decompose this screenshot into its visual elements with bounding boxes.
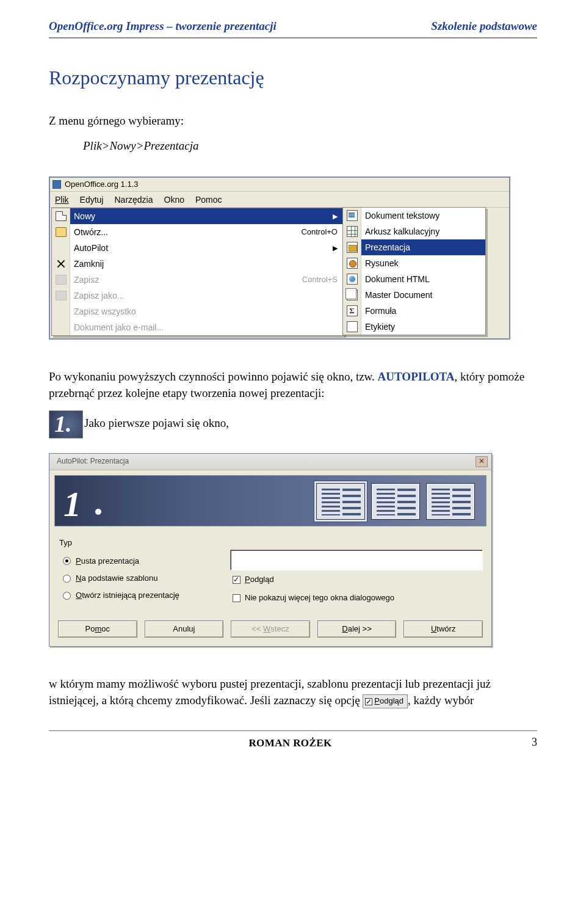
- screenshot-file-menu: OpenOffice.org 1.1.3 Plik Edytuj Narzędz…: [49, 176, 510, 340]
- create-button[interactable]: Utwórz: [403, 620, 483, 638]
- new-icon: [56, 211, 67, 221]
- header-left: OpenOffice.org Impress – tworzenie preze…: [49, 18, 277, 35]
- menu-window[interactable]: Okno: [164, 194, 184, 206]
- file-close[interactable]: Zamknij: [70, 256, 344, 272]
- back-button: << Wstecz: [231, 620, 310, 638]
- radio-template[interactable]: Na podstawie szablonu: [63, 573, 223, 584]
- labels-icon: [347, 321, 358, 332]
- para-final: w którym mamy możliwość wyboru pustej pr…: [49, 676, 537, 708]
- new-presentation[interactable]: Prezentacja: [361, 239, 485, 255]
- header-rule: [49, 37, 537, 38]
- app-titlebar: OpenOffice.org 1.1.3: [50, 178, 509, 192]
- autopilot-dialog: AutoPilot: Prezentacja ✕ 1 Typ Pusta pre…: [49, 453, 492, 647]
- preview-area: [230, 550, 483, 570]
- file-new[interactable]: Nowy▶ Σ: [70, 208, 344, 224]
- formula-icon: Σ: [347, 305, 358, 316]
- new-submenu: Σ Dokument tekstowy Arkusz kalkulacyjny …: [342, 207, 486, 335]
- banner-thumb-3: [426, 483, 475, 520]
- cancel-button[interactable]: Anuluj: [145, 620, 224, 638]
- banner-thumb-2: [371, 483, 420, 520]
- step-1-icon: 1.: [49, 410, 83, 438]
- master-document-icon: [347, 289, 358, 300]
- file-save-all: Zapisz wszystko: [70, 304, 344, 319]
- presentation-icon: [347, 242, 358, 253]
- file-save-as: Zapisz jako...: [70, 288, 344, 304]
- menu-path-text: Plik>Nowy>Prezentacja: [83, 138, 537, 155]
- radio-open-existing[interactable]: Otwórz istniejącą prezentację: [63, 590, 223, 601]
- close-icon: [56, 259, 67, 269]
- footer-rule: [49, 730, 537, 731]
- dialog-title: AutoPilot: Prezentacja: [57, 456, 129, 467]
- open-icon: [56, 227, 67, 237]
- banner-dot: [95, 509, 101, 515]
- drawing-icon: [347, 258, 358, 269]
- dialog-banner: 1: [54, 475, 487, 526]
- new-labels[interactable]: Etykiety: [361, 319, 485, 335]
- new-html[interactable]: Dokument HTML: [361, 271, 485, 287]
- footer-author: ROMAN ROŻEK: [248, 736, 331, 751]
- file-save: Zapisz Control+S: [70, 272, 344, 288]
- radio-icon: [63, 557, 71, 565]
- checkbox-icon: [233, 576, 241, 584]
- dialog-close-button[interactable]: ✕: [476, 456, 488, 467]
- menubar: Plik Edytuj Narzędzia Okno Pomoc: [50, 192, 509, 208]
- new-spreadsheet[interactable]: Arkusz kalkulacyjny: [361, 224, 485, 239]
- dont-show-checkbox[interactable]: Nie pokazuj więcej tego okna dialogowego: [233, 592, 483, 603]
- app-icon: [52, 180, 61, 189]
- checkbox-icon: [233, 594, 241, 602]
- step1-line: 1.Jako pierwsze pojawi się okno,: [49, 410, 537, 438]
- autopilota-term: AUTOPILOTA: [378, 370, 455, 383]
- banner-thumb-1: [316, 483, 365, 520]
- new-drawing[interactable]: Rysunek: [361, 255, 485, 271]
- save-icon-disabled: [56, 275, 67, 285]
- dialog-titlebar: AutoPilot: Prezentacja ✕: [49, 454, 491, 470]
- save-as-icon-disabled: [56, 291, 67, 300]
- new-formula[interactable]: Formuła: [361, 303, 485, 319]
- html-document-icon: [347, 274, 358, 285]
- header-right: Szkolenie podstawowe: [431, 18, 537, 35]
- menu-file[interactable]: Plik: [55, 194, 69, 206]
- intro-line: Z menu górnego wybieramy:: [49, 113, 537, 129]
- menu-tools[interactable]: Narzędzia: [114, 194, 153, 206]
- file-doc-as-email: Dokument jako e-mail...: [70, 319, 344, 335]
- type-radio-group: Pusta prezentacja Na podstawie szablonu …: [58, 550, 223, 608]
- spreadsheet-icon: [347, 226, 358, 237]
- text-document-icon: [347, 210, 358, 221]
- menu-edit[interactable]: Edytuj: [80, 194, 104, 206]
- file-open[interactable]: Otwórz... Control+O: [70, 224, 344, 240]
- footer-page-number: 3: [532, 735, 537, 750]
- app-title: OpenOffice.org 1.1.3: [65, 179, 138, 190]
- para-after-shot1: Po wykonaniu powyższych czynności powinn…: [49, 369, 537, 401]
- file-autopilot[interactable]: AutoPilot▶: [70, 240, 344, 256]
- inline-preview-chip: Podgląd: [363, 694, 408, 708]
- radio-empty[interactable]: Pusta prezentacja: [63, 556, 223, 567]
- radio-icon: [63, 575, 71, 583]
- new-master[interactable]: Master Document: [361, 287, 485, 303]
- new-text-document[interactable]: Dokument tekstowy: [361, 208, 485, 224]
- menu-help[interactable]: Pomoc: [195, 194, 222, 206]
- help-button[interactable]: Pomoc: [58, 620, 137, 638]
- next-button[interactable]: Dalej >>: [317, 620, 397, 638]
- file-dropdown: Nowy▶ Σ: [51, 208, 344, 336]
- section-title: Rozpoczynamy prezentację: [49, 64, 537, 92]
- group-label-type: Typ: [59, 537, 483, 548]
- preview-checkbox[interactable]: Podgląd: [233, 574, 483, 585]
- banner-step-number: 1: [63, 479, 81, 529]
- radio-icon: [63, 592, 71, 600]
